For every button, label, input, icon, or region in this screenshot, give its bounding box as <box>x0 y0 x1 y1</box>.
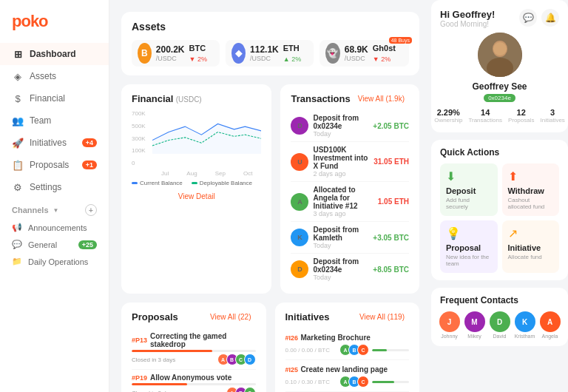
chart-svg <box>152 110 261 154</box>
initiative-meta-0: 0.00 / 0.00 / BTC <box>285 347 330 354</box>
nav-icon-financial: $ <box>12 92 24 104</box>
proposal-id-1: #P19 <box>132 374 147 382</box>
asset-item-eth[interactable]: ◆ 112.1K /USDC ETH ▲ 2% <box>226 40 314 67</box>
channel-item-general[interactable]: 💬 General +25 <box>0 236 109 253</box>
tx-name-3: Deposit from KamIeth <box>313 226 368 242</box>
contact-item-2[interactable]: D David <box>490 311 510 339</box>
asset-icon-eth: ◆ <box>231 43 246 64</box>
nav-icon-proposals: 📋 <box>12 159 24 171</box>
legend-dot <box>192 182 197 184</box>
chat-button[interactable]: 💬 <box>519 9 537 27</box>
contact-name-4: Angela <box>542 334 558 339</box>
sidebar-item-proposals[interactable]: 📋 Proposals +1 <box>0 154 109 176</box>
asset-unit-btc: /USDC <box>156 55 185 62</box>
sidebar-item-settings[interactable]: ⚙ Settings <box>0 176 109 198</box>
channel-icon-daily-ops: 📁 <box>12 257 22 266</box>
tx-time-1: 2 days ago <box>313 170 369 178</box>
initiative-list: #I26 Marketing Brochure 0.00 / 0.00 / BT… <box>285 328 410 392</box>
nav-label-team: Team <box>30 115 51 126</box>
qa-icon-proposal: 💡 <box>446 226 461 240</box>
tx-info-0: Deposit from 0x0234e Today <box>313 114 368 138</box>
transaction-item-1[interactable]: U USD100K Investment into X Fund 2 days … <box>291 142 409 182</box>
tx-avatar-0: D <box>291 117 308 135</box>
contacts-row: J Johnny M Mikey D David K Kristham A An… <box>440 311 559 339</box>
contact-item-3[interactable]: K Kristham <box>515 311 535 339</box>
view-all-transactions-button[interactable]: View All (1.9k) <box>354 93 409 104</box>
qa-item-withdraw[interactable]: ⬆ Withdraw Cashout allocated fund <box>502 163 560 216</box>
contact-item-0[interactable]: J Johnny <box>439 311 460 339</box>
tx-amount-1: 31.05 ETH <box>373 158 409 166</box>
proposal-item-1[interactable]: #P19 Allow Anonymous vote Closed in 2 da… <box>132 370 256 392</box>
nav-badge-initiatives: +4 <box>82 138 97 147</box>
proposal-item-0[interactable]: #P13 Correcting the gamed stakedrop Clos… <box>132 328 256 370</box>
tx-info-2: Allocated to Angela for Initiative #12 3… <box>313 186 373 217</box>
view-detail-button[interactable]: View Detail <box>174 191 220 202</box>
channel-item-announcements[interactable]: 📢 Announcements <box>0 219 109 236</box>
tx-time-3: Today <box>313 242 368 249</box>
qa-item-proposal[interactable]: 💡 Proposal New idea for the team <box>440 220 498 273</box>
user-stat-3: 3 Initiatives <box>540 108 564 124</box>
sidebar-item-assets[interactable]: ◈ Assets <box>0 65 109 87</box>
qa-item-initiative[interactable]: ↗ Initiative Allocate fund <box>502 220 560 273</box>
nav-label-settings: Settings <box>30 182 61 192</box>
chart-y-label: 300K <box>132 135 152 142</box>
asset-details-gh0st: 68.9K /USDC <box>345 44 368 62</box>
tx-name-4: Deposit from 0x0234e <box>313 257 368 274</box>
initiative-title-1: Create new landing page <box>300 365 388 374</box>
transaction-item-2[interactable]: A Allocated to Angela for Initiative #12… <box>291 182 409 222</box>
asset-unit-gh0st: /USDC <box>345 55 368 62</box>
user-stats: 2.29% Ownership 14 Transactions 12 Propo… <box>440 108 559 124</box>
user-stat-1: 14 Transactions <box>468 108 502 124</box>
nav-badge-proposals: +1 <box>82 160 97 169</box>
proposals-panel: Proposals View All (22) #P13 Correcting … <box>121 303 266 392</box>
asset-icon-btc: B <box>138 43 152 64</box>
view-all-proposals-button[interactable]: View All (22) <box>206 311 255 322</box>
chart-legend-item: Deployable Balance <box>192 180 252 186</box>
initiatives-title: Initiatives <box>285 311 330 322</box>
user-avatar <box>478 33 522 77</box>
asset-change-gh0st: Gh0st ▼ 2% <box>373 43 403 64</box>
quick-actions-title: Quick Actions <box>440 147 559 158</box>
sidebar-item-financial[interactable]: $ Financial <box>0 87 109 109</box>
initiative-avatar: C <box>357 344 369 356</box>
app-logo: poko <box>0 12 109 43</box>
asset-unit-eth: /USDC <box>250 55 279 62</box>
nav-label-assets: Assets <box>30 71 56 81</box>
initiative-avatars-1: ABC <box>342 376 369 388</box>
channel-item-daily-ops[interactable]: 📁 Daily Operations <box>0 253 109 270</box>
channel-badge-general: +25 <box>78 240 97 249</box>
financial-chart: 700K500K300K100K0 JulAugSepOct <box>132 110 261 177</box>
notification-button[interactable]: 🔔 <box>541 9 559 27</box>
qa-icon-initiative: ↗ <box>508 226 518 240</box>
asset-wrap-0: B 200.2K /USDC BTC ▼ 2% <box>132 40 220 67</box>
contact-name-1: Mikey <box>467 334 481 339</box>
asset-value-gh0st: 68.9K <box>345 44 368 55</box>
channel-list: 📢 Announcements 💬 General +25 📁 Daily Op… <box>0 219 109 270</box>
initiative-item-1[interactable]: #I25 Create new landing page 0.10 / 0.30… <box>285 360 410 392</box>
transaction-item-4[interactable]: D Deposit from 0x0234e Today +8.05 BTC <box>291 254 409 285</box>
proposal-status-1: Closed in 2 days <box>132 390 175 393</box>
initiative-meta-1: 0.10 / 0.30 / BTC <box>285 379 330 385</box>
contact-avatar-0: J <box>439 311 460 332</box>
qa-item-deposit[interactable]: ⬇ Deposit Add fund securely <box>440 163 498 216</box>
qa-icon-withdraw: ⬆ <box>508 169 518 183</box>
add-channel-button[interactable]: + <box>85 204 97 216</box>
asset-item-gh0st[interactable]: 👻 68.9K /USDC Gh0st ▼ 2% 48 Buys <box>320 40 409 67</box>
initiative-item-0[interactable]: #I26 Marketing Brochure 0.00 / 0.00 / BT… <box>285 328 410 360</box>
sidebar-item-initiatives[interactable]: 🚀 Initiatives +4 <box>0 132 109 154</box>
contact-name-0: Johnny <box>441 334 458 339</box>
transaction-item-0[interactable]: D Deposit from 0x0234e Today +2.05 BTC <box>291 110 409 142</box>
asset-value-btc: 200.2K <box>156 44 185 55</box>
contact-item-4[interactable]: A Angela <box>540 311 561 339</box>
sidebar-item-dashboard[interactable]: ⊞ Dashboard <box>0 43 109 65</box>
main-content: Assets B 200.2K /USDC BTC ▼ 2% ◆ 112.1K … <box>109 0 431 392</box>
asset-item-btc[interactable]: B 200.2K /USDC BTC ▼ 2% <box>132 40 220 67</box>
sidebar-item-team[interactable]: 👥 Team <box>0 109 109 132</box>
contact-item-1[interactable]: M Mikey <box>464 311 485 339</box>
asset-value-eth: 112.1K <box>250 44 279 55</box>
view-all-initiatives-button[interactable]: View All (119) <box>355 311 409 322</box>
contact-avatar-4: A <box>540 311 561 332</box>
channels-section: Channels ▼ + <box>0 198 109 219</box>
transaction-item-3[interactable]: K Deposit from KamIeth Today +3.05 BTC <box>291 222 409 254</box>
asset-details-btc: 200.2K /USDC <box>156 44 185 62</box>
